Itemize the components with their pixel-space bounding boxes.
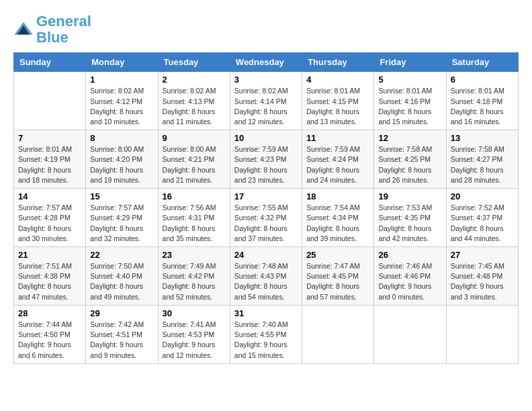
calendar-cell: 4Sunrise: 8:01 AMSunset: 4:15 PMDaylight… [302, 72, 374, 130]
day-info: Sunrise: 8:00 AMSunset: 4:20 PMDaylight:… [90, 144, 153, 185]
day-number: 12 [378, 133, 441, 143]
calendar-body: 1Sunrise: 8:02 AMSunset: 4:12 PMDaylight… [14, 72, 519, 363]
calendar-cell: 14Sunrise: 7:57 AMSunset: 4:28 PMDayligh… [14, 189, 86, 247]
calendar-cell: 9Sunrise: 8:00 AMSunset: 4:21 PMDaylight… [158, 130, 230, 189]
day-info: Sunrise: 8:01 AMSunset: 4:18 PMDaylight:… [451, 86, 514, 127]
week-row-4: 28Sunrise: 7:44 AMSunset: 4:50 PMDayligh… [14, 305, 519, 363]
day-info: Sunrise: 8:02 AMSunset: 4:13 PMDaylight:… [163, 86, 226, 127]
day-number: 28 [18, 308, 81, 318]
day-info: Sunrise: 7:56 AMSunset: 4:31 PMDaylight:… [163, 203, 226, 244]
calendar-cell [446, 305, 518, 363]
calendar-cell [14, 72, 86, 130]
calendar-cell: 20Sunrise: 7:52 AMSunset: 4:37 PMDayligh… [446, 189, 518, 247]
day-info: Sunrise: 7:40 AMSunset: 4:55 PMDaylight:… [234, 320, 298, 361]
day-header-monday: Monday [86, 53, 158, 72]
day-info: Sunrise: 8:01 AMSunset: 4:16 PMDaylight:… [378, 86, 441, 127]
calendar-cell: 13Sunrise: 7:58 AMSunset: 4:27 PMDayligh… [446, 130, 518, 189]
day-number: 25 [306, 250, 369, 260]
day-info: Sunrise: 8:02 AMSunset: 4:14 PMDaylight:… [234, 86, 298, 127]
week-row-1: 7Sunrise: 8:01 AMSunset: 4:19 PMDaylight… [14, 130, 519, 189]
day-number: 7 [18, 133, 81, 143]
calendar-cell: 10Sunrise: 7:59 AMSunset: 4:23 PMDayligh… [230, 130, 302, 189]
day-number: 1 [90, 75, 153, 85]
day-info: Sunrise: 7:46 AMSunset: 4:46 PMDaylight:… [378, 261, 441, 302]
day-number: 5 [378, 75, 441, 85]
day-number: 29 [90, 308, 153, 318]
week-row-3: 21Sunrise: 7:51 AMSunset: 4:38 PMDayligh… [14, 247, 519, 306]
day-info: Sunrise: 7:55 AMSunset: 4:32 PMDaylight:… [234, 203, 298, 244]
calendar-cell: 23Sunrise: 7:49 AMSunset: 4:42 PMDayligh… [158, 247, 230, 306]
calendar-cell: 29Sunrise: 7:42 AMSunset: 4:51 PMDayligh… [86, 305, 158, 363]
day-number: 19 [378, 191, 441, 201]
day-number: 14 [18, 191, 81, 201]
day-number: 11 [306, 133, 369, 143]
day-number: 2 [163, 75, 226, 85]
day-info: Sunrise: 7:57 AMSunset: 4:29 PMDaylight:… [90, 203, 153, 244]
calendar-cell: 6Sunrise: 8:01 AMSunset: 4:18 PMDaylight… [446, 72, 518, 130]
calendar-cell: 28Sunrise: 7:44 AMSunset: 4:50 PMDayligh… [14, 305, 86, 363]
day-info: Sunrise: 7:59 AMSunset: 4:23 PMDaylight:… [234, 144, 298, 185]
calendar-cell: 2Sunrise: 8:02 AMSunset: 4:13 PMDaylight… [158, 72, 230, 130]
calendar-cell: 27Sunrise: 7:45 AMSunset: 4:48 PMDayligh… [446, 247, 518, 306]
day-number: 31 [234, 308, 298, 318]
day-header-wednesday: Wednesday [230, 53, 302, 72]
day-info: Sunrise: 7:52 AMSunset: 4:37 PMDaylight:… [451, 203, 514, 244]
day-headers-row: SundayMondayTuesdayWednesdayThursdayFrid… [14, 53, 519, 72]
calendar-cell: 31Sunrise: 7:40 AMSunset: 4:55 PMDayligh… [230, 305, 302, 363]
calendar-cell: 1Sunrise: 8:02 AMSunset: 4:12 PMDaylight… [86, 72, 158, 130]
day-number: 6 [451, 75, 514, 85]
calendar-cell: 16Sunrise: 7:56 AMSunset: 4:31 PMDayligh… [158, 189, 230, 247]
day-number: 10 [234, 133, 298, 143]
calendar-cell: 17Sunrise: 7:55 AMSunset: 4:32 PMDayligh… [230, 189, 302, 247]
calendar-cell: 18Sunrise: 7:54 AMSunset: 4:34 PMDayligh… [302, 189, 374, 247]
day-number: 22 [90, 250, 153, 260]
day-info: Sunrise: 8:01 AMSunset: 4:19 PMDaylight:… [18, 144, 81, 185]
day-info: Sunrise: 8:00 AMSunset: 4:21 PMDaylight:… [163, 144, 226, 185]
day-info: Sunrise: 7:58 AMSunset: 4:25 PMDaylight:… [378, 144, 441, 185]
calendar-cell: 12Sunrise: 7:58 AMSunset: 4:25 PMDayligh… [374, 130, 446, 189]
day-info: Sunrise: 7:53 AMSunset: 4:35 PMDaylight:… [378, 203, 441, 244]
calendar-cell [374, 305, 446, 363]
day-number: 17 [234, 191, 298, 201]
week-row-2: 14Sunrise: 7:57 AMSunset: 4:28 PMDayligh… [14, 189, 519, 247]
day-header-thursday: Thursday [302, 53, 374, 72]
day-number: 3 [234, 75, 298, 85]
calendar-cell: 3Sunrise: 8:02 AMSunset: 4:14 PMDaylight… [230, 72, 302, 130]
day-info: Sunrise: 8:02 AMSunset: 4:12 PMDaylight:… [90, 86, 153, 127]
day-number: 30 [163, 308, 226, 318]
day-info: Sunrise: 7:50 AMSunset: 4:40 PMDaylight:… [90, 261, 153, 302]
day-number: 18 [306, 191, 369, 201]
day-info: Sunrise: 7:47 AMSunset: 4:45 PMDaylight:… [306, 261, 369, 302]
day-info: Sunrise: 7:44 AMSunset: 4:50 PMDaylight:… [18, 320, 81, 361]
calendar-cell [302, 305, 374, 363]
day-number: 8 [90, 133, 153, 143]
day-number: 16 [163, 191, 226, 201]
day-header-saturday: Saturday [446, 53, 518, 72]
calendar-cell: 24Sunrise: 7:48 AMSunset: 4:43 PMDayligh… [230, 247, 302, 306]
calendar-cell: 21Sunrise: 7:51 AMSunset: 4:38 PMDayligh… [14, 247, 86, 306]
day-info: Sunrise: 7:54 AMSunset: 4:34 PMDaylight:… [306, 203, 369, 244]
week-row-0: 1Sunrise: 8:02 AMSunset: 4:12 PMDaylight… [14, 72, 519, 130]
calendar-cell: 5Sunrise: 8:01 AMSunset: 4:16 PMDaylight… [374, 72, 446, 130]
day-info: Sunrise: 7:45 AMSunset: 4:48 PMDaylight:… [451, 261, 514, 302]
calendar-cell: 22Sunrise: 7:50 AMSunset: 4:40 PMDayligh… [86, 247, 158, 306]
calendar-cell: 15Sunrise: 7:57 AMSunset: 4:29 PMDayligh… [86, 189, 158, 247]
calendar-cell: 30Sunrise: 7:41 AMSunset: 4:53 PMDayligh… [158, 305, 230, 363]
day-number: 4 [306, 75, 369, 85]
calendar-cell: 26Sunrise: 7:46 AMSunset: 4:46 PMDayligh… [374, 247, 446, 306]
day-number: 13 [451, 133, 514, 143]
calendar-table: SundayMondayTuesdayWednesdayThursdayFrid… [13, 52, 519, 363]
day-number: 21 [18, 250, 81, 260]
day-number: 27 [451, 250, 514, 260]
calendar-cell: 19Sunrise: 7:53 AMSunset: 4:35 PMDayligh… [374, 189, 446, 247]
logo-text: General Blue [36, 13, 91, 46]
day-info: Sunrise: 7:57 AMSunset: 4:28 PMDaylight:… [18, 203, 81, 244]
day-header-sunday: Sunday [14, 53, 86, 72]
day-number: 20 [451, 191, 514, 201]
day-info: Sunrise: 7:51 AMSunset: 4:38 PMDaylight:… [18, 261, 81, 302]
day-number: 24 [234, 250, 298, 260]
day-header-tuesday: Tuesday [158, 53, 230, 72]
logo: General Blue [13, 13, 91, 46]
calendar-cell: 8Sunrise: 8:00 AMSunset: 4:20 PMDaylight… [86, 130, 158, 189]
logo-icon [13, 19, 34, 40]
